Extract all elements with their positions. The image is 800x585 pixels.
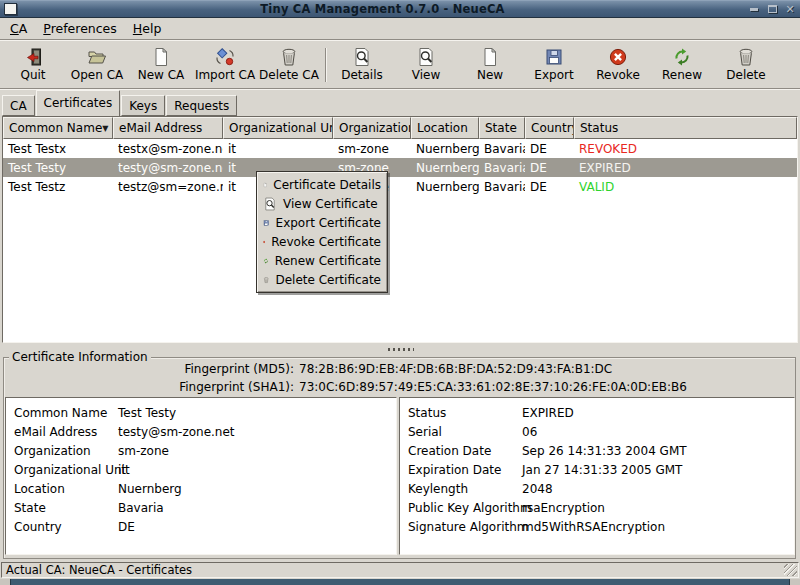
toolbar-label: View xyxy=(412,68,440,82)
toolbar-button-revoke[interactable]: Revoke xyxy=(586,44,650,86)
menu-preferences[interactable]: Preferences xyxy=(35,18,125,39)
toolbar-label: Revoke xyxy=(596,68,640,82)
menubar: CA Preferences Help xyxy=(0,18,800,40)
view-document-icon xyxy=(352,47,372,67)
toolbar-button-view[interactable]: View xyxy=(394,44,458,86)
toolbar: Quit Open CA New CA Import CA Delete CA … xyxy=(0,41,800,89)
close-icon xyxy=(785,2,794,16)
tab-keys[interactable]: Keys xyxy=(121,95,165,116)
trash-icon xyxy=(263,273,269,287)
toolbar-label: Renew xyxy=(662,68,702,82)
open-folder-icon xyxy=(87,47,107,67)
context-menu: Certificate Details View Certificate Exp… xyxy=(256,171,388,293)
table-header: Common Name ▼ eMail Address Organization… xyxy=(3,117,797,139)
floppy-save-icon xyxy=(263,216,270,230)
import-convert-icon xyxy=(215,47,235,67)
column-header-location[interactable]: Location xyxy=(411,117,479,139)
table-row[interactable]: Test Testz testz@sm=zone.net it sm-zone … xyxy=(3,177,797,196)
menu-help[interactable]: Help xyxy=(125,18,170,39)
revoke-icon xyxy=(608,47,628,67)
titlebar[interactable]: Tiny CA Management 0.7.0 - NeueCA xyxy=(0,0,800,18)
table-row-selected[interactable]: Test Testy testy@sm-zone.net it sm-zone … xyxy=(3,158,797,177)
toolbar-label: New CA xyxy=(138,68,185,82)
splitter-grip-icon xyxy=(388,348,414,351)
status-cell: REVOKED xyxy=(574,142,797,156)
window-bottom-border xyxy=(0,579,800,585)
toolbar-button-new[interactable]: New xyxy=(458,44,522,86)
new-document-icon xyxy=(151,47,171,67)
column-header-common-name[interactable]: Common Name ▼ xyxy=(3,117,113,139)
revoke-icon xyxy=(263,235,265,249)
maximize-button[interactable] xyxy=(766,3,778,15)
statusbar: Actual CA: NeueCA - Certificates xyxy=(1,562,799,578)
toolbar-button-open-ca[interactable]: Open CA xyxy=(65,44,129,86)
view-document-icon xyxy=(416,47,436,67)
toolbar-button-details[interactable]: Details xyxy=(330,44,394,86)
resize-corner-right[interactable] xyxy=(789,579,800,585)
view-document-icon xyxy=(263,197,277,211)
menu-item-renew-certificate[interactable]: Renew Certificate xyxy=(257,251,387,270)
column-header-country[interactable]: Country xyxy=(525,117,574,139)
details-panel-validity: StatusEXPIRED Serial06 Creation DateSep … xyxy=(399,397,795,555)
certificate-information-frame: Certificate Information Fingerprint (MD5… xyxy=(3,357,796,559)
renew-icon xyxy=(672,47,692,67)
toolbar-label: Import CA xyxy=(195,68,255,82)
column-header-email[interactable]: eMail Address xyxy=(113,117,223,139)
toolbar-button-import-ca[interactable]: Import CA xyxy=(193,44,257,86)
toolbar-label: Details xyxy=(341,68,383,82)
floppy-save-icon xyxy=(544,47,564,67)
menu-item-revoke-certificate[interactable]: Revoke Certificate xyxy=(257,232,387,251)
column-header-status[interactable]: Status xyxy=(574,117,797,139)
column-header-state[interactable]: State xyxy=(479,117,525,139)
toolbar-separator xyxy=(321,48,330,82)
toolbar-label: Quit xyxy=(20,68,45,82)
details-panel-subject: Common NameTest Testy eMail Addresstesty… xyxy=(5,397,397,555)
fingerprint-sha1: Fingerprint (SHA1): 73:0C:6D:89:57:49:E5… xyxy=(4,380,795,394)
toolbar-button-delete[interactable]: Delete xyxy=(714,44,778,86)
minimize-button[interactable] xyxy=(748,3,760,15)
status-cell: VALID xyxy=(574,180,797,194)
toolbar-button-renew[interactable]: Renew xyxy=(650,44,714,86)
toolbar-button-delete-ca[interactable]: Delete CA xyxy=(257,44,321,86)
tab-certificates[interactable]: Certificates xyxy=(36,90,121,116)
toolbar-label: Delete CA xyxy=(259,68,319,82)
window-icon[interactable] xyxy=(4,3,17,15)
menu-item-view-certificate[interactable]: View Certificate xyxy=(257,194,387,213)
statusbar-text: Actual CA: NeueCA - Certificates xyxy=(6,563,192,577)
fingerprint-md5: Fingerprint (MD5): 78:2B:B6:9D:EB:4F:DB:… xyxy=(4,362,795,376)
menu-ca[interactable]: CA xyxy=(2,18,35,39)
toolbar-label: New xyxy=(477,68,503,82)
menu-item-export-certificate[interactable]: Export Certificate xyxy=(257,213,387,232)
column-header-org-unit[interactable]: Organizational Unit xyxy=(223,117,333,139)
status-cell: EXPIRED xyxy=(574,161,797,175)
minimize-icon xyxy=(750,8,758,11)
tab-ca[interactable]: CA xyxy=(2,95,35,116)
toolbar-button-new-ca[interactable]: New CA xyxy=(129,44,193,86)
trash-icon xyxy=(279,47,299,67)
renew-icon xyxy=(263,254,269,268)
resize-grip[interactable] xyxy=(784,564,797,576)
toolbar-button-export[interactable]: Export xyxy=(522,44,586,86)
sort-descending-icon: ▼ xyxy=(102,124,108,133)
app-window: Tiny CA Management 0.7.0 - NeueCA CA Pre… xyxy=(0,0,800,585)
toolbar-label: Export xyxy=(534,68,573,82)
new-document-icon xyxy=(480,47,500,67)
toolbar-button-quit[interactable]: Quit xyxy=(1,44,65,86)
certificate-list: Common Name ▼ eMail Address Organization… xyxy=(2,116,798,343)
menu-item-certificate-details[interactable]: Certificate Details xyxy=(257,175,387,194)
column-header-organization[interactable]: Organization xyxy=(333,117,411,139)
maximize-icon xyxy=(768,5,777,13)
new-document-icon xyxy=(263,178,267,192)
table-row[interactable]: Test Testx testx@sm-zone.net it sm-zone … xyxy=(3,139,797,158)
window-title: Tiny CA Management 0.7.0 - NeueCA xyxy=(21,2,744,16)
menu-item-delete-certificate[interactable]: Delete Certificate xyxy=(257,270,387,289)
frame-title: Certificate Information xyxy=(9,350,151,364)
toolbar-label: Delete xyxy=(726,68,765,82)
tab-requests[interactable]: Requests xyxy=(166,95,237,116)
tabbar: CA Certificates Keys Requests xyxy=(2,90,238,116)
quit-icon xyxy=(23,47,43,67)
resize-corner-left[interactable] xyxy=(0,579,11,585)
trash-icon xyxy=(736,47,756,67)
toolbar-label: Open CA xyxy=(71,68,123,82)
close-button[interactable] xyxy=(784,3,796,15)
